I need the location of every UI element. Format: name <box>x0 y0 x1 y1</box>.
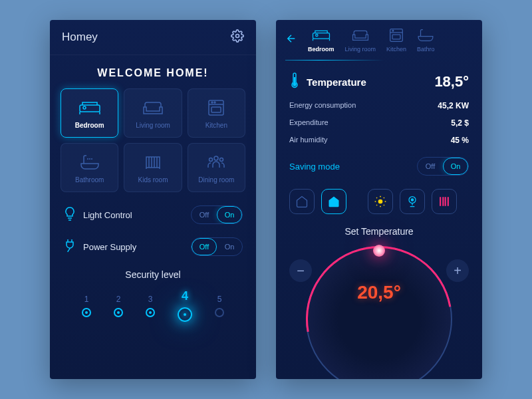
power-off[interactable]: Off <box>192 238 217 255</box>
header: Homey <box>50 20 256 55</box>
sofa-icon <box>142 98 164 118</box>
tab-living[interactable]: Living room <box>345 27 376 53</box>
security-step-3[interactable]: 3 <box>146 295 155 317</box>
room-label: Bathroom <box>75 176 104 184</box>
thermometer-icon <box>289 72 300 92</box>
saving-on[interactable]: On <box>443 158 468 175</box>
mode-radiator[interactable] <box>432 189 457 214</box>
dial-knob[interactable] <box>373 245 385 257</box>
step-dot <box>146 308 155 317</box>
svg-point-16 <box>293 83 296 86</box>
tab-label: Bedroom <box>308 46 334 53</box>
svg-point-12 <box>315 34 317 36</box>
step-dot-active <box>178 307 192 322</box>
svg-point-10 <box>220 158 223 161</box>
svg-point-2 <box>83 106 86 109</box>
security-title: Security level <box>50 269 256 280</box>
security-steps: 1 2 3 4 5 <box>50 289 256 322</box>
app-title: Homey <box>62 31 98 44</box>
svg-rect-15 <box>392 35 400 39</box>
svg-point-0 <box>236 35 239 38</box>
mode-sun[interactable] <box>368 189 393 214</box>
security-step-1[interactable]: 1 <box>82 295 91 317</box>
temperature-dial[interactable]: − + 20,5° <box>276 246 482 326</box>
room-bedroom[interactable]: Bedroom <box>61 88 118 138</box>
step-dot-empty <box>215 308 224 317</box>
room-detail-screen: Bedroom Living room Kitchen Bathro Tempe… <box>276 20 482 379</box>
saving-mode-row: Saving mode Off On <box>276 149 482 184</box>
svg-rect-7 <box>146 157 160 168</box>
mode-camera[interactable] <box>400 189 425 214</box>
sofa-icon <box>351 27 370 44</box>
room-dining[interactable]: Dining room <box>188 143 245 192</box>
temp-minus-button[interactable]: − <box>289 259 312 282</box>
power-label: Power Supply <box>83 242 136 252</box>
welcome-text: WELCOME HOME! <box>50 55 256 88</box>
oven-icon <box>207 98 225 118</box>
tab-label: Living room <box>345 46 376 53</box>
svg-point-4 <box>211 102 213 103</box>
back-icon[interactable] <box>285 33 297 47</box>
power-control-row: Power Supply Off On <box>50 231 256 263</box>
stat-expenditure: Expenditure5,2 $ <box>276 114 482 132</box>
tab-kitchen[interactable]: Kitchen <box>386 27 406 53</box>
mode-icons <box>276 184 482 219</box>
crib-icon <box>144 152 162 172</box>
light-label: Light Control <box>83 210 132 220</box>
svg-point-8 <box>214 156 218 160</box>
room-kids[interactable]: Kids room <box>124 143 182 192</box>
temperature-value: 18,5° <box>434 73 469 90</box>
security-step-5[interactable]: 5 <box>215 295 224 317</box>
room-tabs: Bedroom Living room Kitchen Bathro <box>276 20 482 59</box>
saving-toggle[interactable]: Off On <box>417 157 469 176</box>
room-label: Kids room <box>138 176 168 184</box>
security-step-2[interactable]: 2 <box>114 295 123 317</box>
tab-bathroom[interactable]: Bathro <box>417 27 435 53</box>
set-temperature-section: Set Temperature − + 20,5° <box>276 219 482 332</box>
temp-plus-button[interactable]: + <box>446 259 469 282</box>
svg-point-19 <box>411 199 413 201</box>
plug-icon <box>63 238 76 255</box>
security-section: Security level 1 2 3 4 5 <box>50 263 256 329</box>
home-screen: Homey WELCOME HOME! Bedroom Living room … <box>50 20 256 379</box>
stat-energy: Energy consumption45,2 KW <box>276 97 482 114</box>
temperature-title: Temperature <box>307 76 366 88</box>
saving-label: Saving mode <box>289 162 340 172</box>
mode-home-fill[interactable] <box>321 189 346 214</box>
rooms-grid: Bedroom Living room Kitchen Bathroom Kid… <box>50 88 256 192</box>
svg-point-9 <box>209 158 213 161</box>
room-label: Bedroom <box>75 122 104 129</box>
light-on[interactable]: On <box>217 206 242 223</box>
room-bathroom[interactable]: Bathroom <box>61 143 118 192</box>
room-label: Dining room <box>198 176 234 184</box>
bed-icon <box>78 98 101 118</box>
mode-home-outline[interactable] <box>289 189 315 214</box>
tab-glow <box>285 59 473 61</box>
step-dot <box>114 308 123 317</box>
light-toggle[interactable]: Off On <box>191 205 243 224</box>
bed-icon <box>311 27 331 44</box>
power-toggle[interactable]: Off On <box>191 237 243 256</box>
room-living[interactable]: Living room <box>124 88 182 138</box>
tab-label: Bathro <box>417 46 435 53</box>
svg-point-14 <box>392 30 394 31</box>
temperature-row: Temperature 18,5° <box>276 66 482 97</box>
set-temp-title: Set Temperature <box>276 226 482 237</box>
light-control-row: Light Control Off On <box>50 199 256 231</box>
saving-off[interactable]: Off <box>418 158 443 175</box>
room-label: Living room <box>136 122 170 129</box>
bath-icon <box>417 27 434 44</box>
stat-humidity: Air humidity45 % <box>276 132 482 149</box>
oven-icon <box>389 27 404 44</box>
svg-point-5 <box>214 102 215 103</box>
security-step-4[interactable]: 4 <box>178 289 192 322</box>
tab-bedroom[interactable]: Bedroom <box>308 27 334 53</box>
settings-icon[interactable] <box>231 29 244 45</box>
step-dot <box>82 308 91 317</box>
room-kitchen[interactable]: Kitchen <box>188 88 245 138</box>
room-label: Kitchen <box>205 122 227 129</box>
set-temp-value: 20,5° <box>357 282 401 303</box>
light-off[interactable]: Off <box>192 206 217 223</box>
power-on[interactable]: On <box>217 238 242 255</box>
tab-label: Kitchen <box>386 46 406 53</box>
